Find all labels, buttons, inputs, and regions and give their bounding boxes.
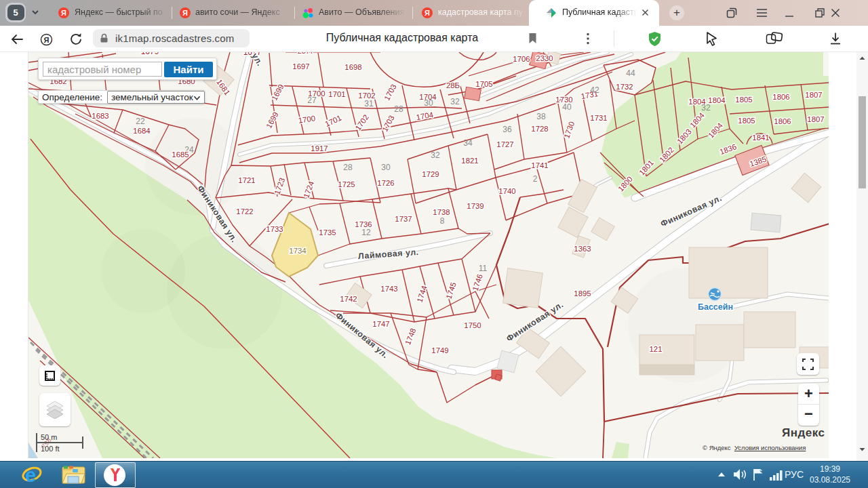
svg-text:1804: 1804 bbox=[708, 96, 725, 104]
svg-text:30: 30 bbox=[381, 163, 391, 172]
svg-text:1698: 1698 bbox=[344, 63, 361, 71]
svg-text:12: 12 bbox=[361, 228, 371, 237]
svg-text:121: 121 bbox=[649, 345, 662, 353]
svg-text:1806: 1806 bbox=[774, 117, 791, 125]
svg-text:1743: 1743 bbox=[380, 285, 397, 293]
svg-text:1747: 1747 bbox=[372, 320, 389, 328]
svg-text:1722: 1722 bbox=[236, 207, 253, 216]
svg-text:1742: 1742 bbox=[340, 295, 357, 303]
svg-text:1729: 1729 bbox=[422, 170, 439, 178]
svg-text:1683: 1683 bbox=[92, 112, 108, 120]
svg-text:2330: 2330 bbox=[536, 54, 553, 62]
svg-text:100 ft: 100 ft bbox=[41, 445, 60, 453]
svg-text:1805: 1805 bbox=[735, 96, 752, 104]
svg-text:28: 28 bbox=[343, 163, 353, 172]
svg-text:1726: 1726 bbox=[377, 179, 394, 187]
svg-text:1805: 1805 bbox=[738, 117, 755, 125]
svg-text:32: 32 bbox=[431, 150, 440, 160]
svg-text:1721: 1721 bbox=[238, 176, 255, 184]
svg-text:28Б: 28Б bbox=[446, 81, 460, 89]
svg-text:36: 36 bbox=[502, 125, 512, 134]
svg-text:1363: 1363 bbox=[574, 245, 591, 253]
svg-text:1731: 1731 bbox=[590, 114, 607, 122]
svg-text:2577: 2577 bbox=[298, 52, 314, 55]
svg-text:1739: 1739 bbox=[467, 202, 484, 210]
svg-text:1895: 1895 bbox=[574, 289, 591, 298]
svg-text:1697: 1697 bbox=[292, 62, 309, 70]
svg-text:1807: 1807 bbox=[807, 115, 824, 123]
svg-text:1705: 1705 bbox=[475, 80, 492, 88]
svg-text:1749: 1749 bbox=[431, 346, 448, 354]
svg-text:22: 22 bbox=[136, 117, 145, 126]
svg-text:28: 28 bbox=[394, 104, 403, 114]
svg-text:1727: 1727 bbox=[496, 140, 513, 148]
svg-text:1737: 1737 bbox=[395, 215, 412, 223]
svg-text:Я: Я bbox=[44, 36, 50, 44]
svg-text:1706: 1706 bbox=[513, 55, 530, 63]
svg-text:1806: 1806 bbox=[772, 93, 789, 101]
svg-text:1701: 1701 bbox=[328, 90, 345, 98]
svg-text:1750: 1750 bbox=[464, 321, 481, 329]
svg-text:8: 8 bbox=[440, 216, 445, 226]
svg-text:11: 11 bbox=[479, 264, 488, 273]
svg-text:1821: 1821 bbox=[461, 157, 478, 165]
svg-text:2: 2 bbox=[533, 174, 538, 184]
svg-text:1725: 1725 bbox=[338, 180, 355, 188]
svg-text:1738: 1738 bbox=[433, 208, 450, 216]
svg-text:1732: 1732 bbox=[616, 83, 633, 91]
svg-text:1679: 1679 bbox=[141, 52, 159, 56]
svg-text:44: 44 bbox=[626, 68, 635, 78]
svg-text:1807: 1807 bbox=[805, 91, 822, 99]
svg-text:1734: 1734 bbox=[289, 247, 306, 255]
svg-text:50 m: 50 m bbox=[41, 433, 57, 441]
svg-text:32: 32 bbox=[450, 97, 460, 106]
svg-text:1841: 1841 bbox=[752, 134, 769, 142]
svg-text:27: 27 bbox=[307, 96, 317, 105]
svg-text:42: 42 bbox=[590, 85, 599, 95]
svg-text:40: 40 bbox=[562, 102, 572, 112]
svg-text:1728: 1728 bbox=[531, 125, 548, 133]
svg-text:1685: 1685 bbox=[172, 150, 189, 159]
svg-text:34: 34 bbox=[463, 138, 473, 148]
svg-text:1733: 1733 bbox=[266, 225, 283, 233]
svg-text:1740: 1740 bbox=[498, 187, 515, 195]
svg-text:Бассейн: Бассейн bbox=[698, 302, 733, 312]
svg-text:38: 38 bbox=[536, 112, 546, 121]
svg-text:1684: 1684 bbox=[133, 127, 150, 135]
svg-text:31: 31 bbox=[364, 99, 374, 108]
svg-text:1741: 1741 bbox=[531, 161, 548, 169]
svg-text:1917: 1917 bbox=[311, 144, 328, 152]
svg-text:1735: 1735 bbox=[319, 228, 336, 237]
svg-text:32: 32 bbox=[701, 103, 711, 113]
svg-text:30: 30 bbox=[424, 98, 433, 108]
svg-text:e: e bbox=[25, 464, 36, 486]
